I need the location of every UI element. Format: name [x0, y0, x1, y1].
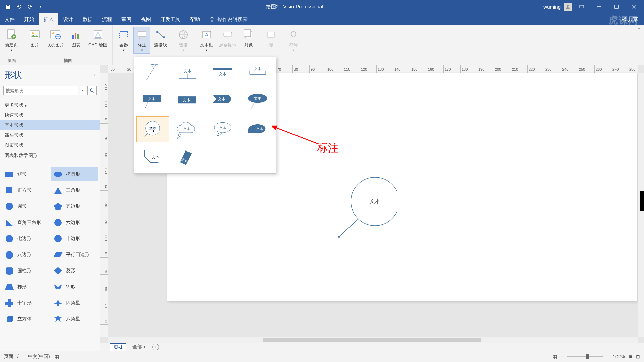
callout-option-10[interactable]: 文本 — [206, 116, 239, 142]
watermark: 虎课网 — [608, 14, 639, 27]
page-tab-current[interactable]: 页-1 — [110, 343, 126, 351]
callout-option-4[interactable]: 文本 — [136, 88, 169, 114]
zoom-out-button[interactable]: − — [560, 354, 563, 359]
callout-option-7[interactable]: 文本 — [241, 88, 274, 114]
shape-六角星[interactable]: 六角星 — [51, 312, 98, 326]
shape-V 形[interactable]: V 形 — [51, 280, 98, 294]
shape-立方体[interactable]: 立方体 — [2, 312, 49, 326]
svg-line-69 — [251, 102, 255, 108]
ribbon-CAD 绘图[interactable]: CAD 绘图 — [86, 27, 110, 50]
tab-插入[interactable]: 插入 — [39, 13, 58, 25]
callout-option-8[interactable]: 文本 — [136, 116, 169, 142]
callout-option-5[interactable]: 文本 — [171, 88, 204, 114]
user-name: wuming — [543, 4, 561, 10]
shape-菱形[interactable]: 菱形 — [51, 264, 98, 278]
side-tab[interactable] — [640, 191, 644, 211]
svg-point-6 — [211, 17, 213, 20]
title-bar: ▼ 绘图2 - Visio Professional wuming — [0, 0, 644, 13]
tab-开发工具[interactable]: 开发工具 — [156, 13, 185, 25]
shape-圆形[interactable]: 圆形 — [2, 199, 49, 214]
svg-text:文本: 文本 — [184, 69, 191, 73]
category-图案形状[interactable]: 图案形状 — [0, 140, 100, 150]
page-tab-all[interactable]: 全部 ▴ — [132, 344, 146, 350]
ribbon-options-button[interactable] — [574, 2, 589, 12]
annotation-label: 标注 — [317, 141, 339, 156]
qat-dropdown[interactable]: ▼ — [36, 2, 46, 12]
category-箭头形状[interactable]: 箭头形状 — [0, 130, 100, 140]
shapes-search-input[interactable] — [3, 86, 78, 95]
tab-设计[interactable]: 设计 — [58, 13, 78, 25]
tab-数据[interactable]: 数据 — [78, 13, 97, 25]
ribbon-对象[interactable]: 对象 — [240, 27, 257, 50]
tell-me-search[interactable]: 操作说明搜索 — [205, 13, 248, 25]
fit-page-button[interactable]: ▣ — [628, 354, 633, 359]
category-快速形状[interactable]: 快速形状 — [0, 110, 100, 120]
shape-平行四边形[interactable]: 平行四边形 — [51, 248, 98, 262]
callout-option-2[interactable]: 文本 — [206, 60, 239, 86]
gallery-resize-grip[interactable]: ⋰ — [271, 169, 275, 173]
shape-四角星[interactable]: 四角星 — [51, 296, 98, 310]
ribbon-图表[interactable]: 图表 — [68, 27, 85, 50]
callout-option-13[interactable]: 文本 — [171, 144, 204, 171]
category-基本形状[interactable]: 基本形状 — [0, 120, 100, 130]
undo-button[interactable] — [14, 2, 24, 12]
zoom-slider[interactable] — [567, 356, 603, 357]
shape-直角三角形[interactable]: 直角三角形 — [2, 216, 49, 230]
ribbon-容器[interactable]: 容器▼ — [115, 27, 132, 54]
svg-line-29 — [139, 37, 141, 39]
shape-五边形[interactable]: 五边形 — [51, 199, 98, 214]
category-更多形状[interactable]: 更多形状 ▸ — [0, 100, 100, 110]
shape-圆柱形[interactable]: 圆柱形 — [2, 264, 49, 278]
shape-梯形[interactable]: 梯形 — [2, 280, 49, 294]
presentation-mode-icon[interactable]: ▦ — [553, 354, 557, 359]
maximize-button[interactable] — [609, 2, 624, 12]
tab-开始[interactable]: 开始 — [19, 13, 39, 25]
macro-record-icon[interactable]: ▦ — [55, 354, 59, 359]
svg-text:文本: 文本 — [183, 127, 190, 131]
user-avatar-icon[interactable] — [564, 3, 572, 11]
callout-shape[interactable]: 文本 — [336, 176, 397, 240]
minimize-button[interactable] — [592, 2, 606, 12]
callout-option-12[interactable]: 文本 — [136, 144, 169, 171]
shapes-search-button[interactable] — [87, 86, 97, 95]
tab-流程[interactable]: 流程 — [97, 13, 117, 25]
tab-审阅[interactable]: 审阅 — [117, 13, 136, 25]
shape-矩形[interactable]: 矩形 — [2, 167, 49, 181]
callout-option-0[interactable]: 文本 — [136, 60, 169, 86]
shape-十边形[interactable]: 十边形 — [51, 232, 98, 246]
callout-option-9[interactable]: 文本 — [171, 116, 204, 142]
horizontal-scrollbar[interactable] — [108, 337, 638, 343]
shapes-search-dropdown[interactable]: ▾ — [80, 86, 86, 95]
save-button[interactable] — [3, 2, 13, 12]
shape-八边形[interactable]: 八边形 — [2, 248, 49, 262]
zoom-in-button[interactable]: + — [607, 354, 609, 359]
ribbon-图片[interactable]: 图片 — [26, 27, 43, 50]
category-图表和数学图形[interactable]: 图表和数学图形 — [0, 150, 100, 161]
close-button[interactable] — [627, 2, 641, 12]
shapes-collapse-button[interactable]: ‹ — [94, 72, 95, 78]
ribbon-联机图片[interactable]: 联机图片 — [44, 27, 66, 50]
ribbon-连接线[interactable]: 连接线 — [152, 27, 169, 50]
shape-三角形[interactable]: 三角形 — [51, 183, 98, 197]
add-page-button[interactable]: + — [152, 344, 159, 350]
tab-视图[interactable]: 视图 — [136, 13, 156, 25]
callout-option-3[interactable]: 文本 — [241, 60, 274, 86]
callout-option-11[interactable]: 文本 — [241, 116, 274, 142]
status-language: 中文(中国) — [28, 354, 50, 360]
shape-椭圆形[interactable]: 椭圆形 — [51, 167, 98, 181]
shape-六边形[interactable]: 六边形 — [51, 216, 98, 230]
shape-正方形[interactable]: 正方形 — [2, 183, 49, 197]
ribbon-标注[interactable]: 标注▼ — [133, 27, 150, 54]
callout-option-6[interactable]: 文本 — [206, 88, 239, 114]
shape-七边形[interactable]: 七边形 — [2, 232, 49, 246]
ribbon-文本框[interactable]: A文本框▼ — [198, 27, 215, 54]
svg-rect-27 — [120, 31, 128, 32]
tab-帮助[interactable]: 帮助 — [185, 13, 205, 25]
ribbon-新建页[interactable]: +新建页▼ — [3, 27, 20, 54]
pan-zoom-button[interactable]: ⊞ — [636, 354, 640, 359]
callout-option-1[interactable]: 文本 — [171, 60, 204, 86]
shape-十字形[interactable]: 十字形 — [2, 296, 49, 310]
redo-button[interactable] — [25, 2, 35, 12]
svg-line-72 — [143, 133, 147, 138]
tab-文件[interactable]: 文件 — [0, 13, 19, 25]
